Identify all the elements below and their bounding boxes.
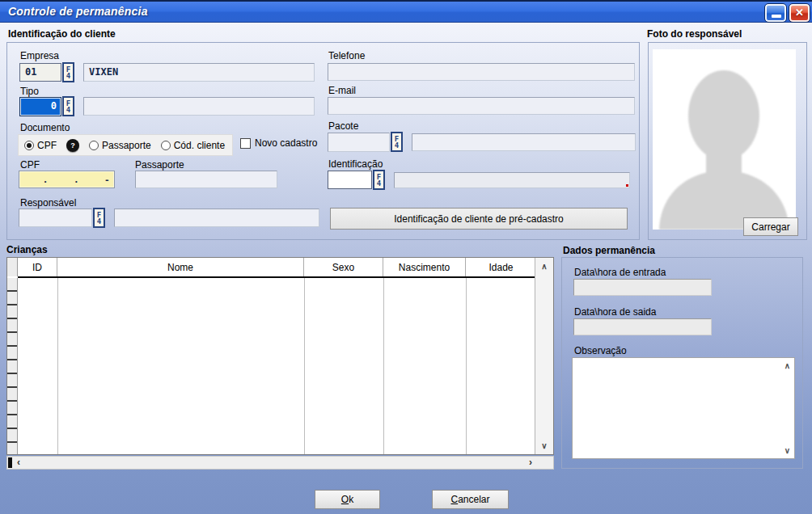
identificacao-name-field[interactable] [394,172,630,188]
grid-indicator-header [7,258,18,276]
tipo-label: Tipo [20,86,39,97]
entrada-label: Data\hora de entrada [574,267,666,278]
group-label-identificacao: Identificação do cliente [8,28,116,40]
grid-row-indicator-column [7,278,18,454]
column-separator [57,278,58,454]
precadastro-button[interactable]: Identificação de cliente de pré-cadastro [330,208,628,230]
close-icon: ✕ [795,6,804,19]
passaporte-label: Passaporte [135,159,184,171]
saida-label: Data\hora de saida [574,306,656,318]
grid-vertical-scrollbar[interactable]: ∧ ∨ [535,258,553,454]
novo-cadastro-checkbox[interactable]: Novo cadastro [240,137,317,149]
radio-passaporte[interactable]: Passaporte [89,140,151,151]
pacote-name-field[interactable] [412,133,636,151]
carregar-button[interactable]: Carregar [743,217,798,236]
cancelar-button[interactable]: Cancelar [432,490,509,509]
column-separator [466,278,467,454]
titlebar[interactable]: Controle de permanência ✕ [0,0,812,23]
responsavel-photo [653,49,796,230]
telefone-label: Telefone [328,50,365,61]
radio-button-icon [89,141,99,150]
identificacao-label: Identificação [328,158,383,170]
responsavel-label: Responsável [20,197,76,209]
radio-cod-cliente[interactable]: Cód. cliente [161,140,225,151]
pacote-f4-lookup-button[interactable]: F4 [391,132,403,152]
column-separator [304,278,305,454]
radio-button-icon [161,141,171,150]
documento-label: Documento [20,122,70,133]
grid-horizontal-scrollbar[interactable]: ‹ › [6,456,554,470]
scroll-right-icon[interactable]: › [529,457,532,469]
observacao-label: Observação [574,345,627,356]
observacao-textarea[interactable]: ∧ ∨ [572,357,795,459]
group-label-foto: Foto do responsável [647,28,742,40]
responsavel-code-input[interactable] [19,209,92,227]
scrollbar-thumb[interactable] [8,457,12,468]
documento-radio-group: CPF ? Passaporte Cód. cliente [18,134,233,156]
help-icon[interactable]: ? [66,139,79,152]
column-header-id[interactable]: ID [18,258,57,276]
identificacao-f4-lookup-button[interactable]: F4 [373,170,385,190]
telefone-input[interactable] [328,63,635,81]
cpf-input[interactable]: . . - [19,171,115,188]
group-label-dados: Dados permanência [563,245,655,256]
dialog-window: Controle de permanência ✕ Identificação … [0,0,812,514]
saida-input[interactable] [573,318,712,335]
scroll-up-icon[interactable]: ∧ [785,361,790,370]
scroll-down-icon[interactable]: ∨ [785,446,790,455]
empresa-name-field[interactable]: VIXEN [83,63,315,82]
grid-header-row: ID Nome Sexo Nascimento Idade [7,258,553,276]
column-header-nascimento[interactable]: Nascimento [383,258,466,276]
pacote-code-input[interactable] [328,133,390,152]
tipo-code-input[interactable]: 0 [19,97,61,116]
pacote-label: Pacote [328,120,358,132]
passaporte-input[interactable] [135,171,277,188]
group-label-criancas: Crianças [6,244,48,255]
header-underline [18,276,535,278]
person-silhouette-icon [653,49,796,230]
email-input[interactable] [328,97,635,115]
close-button[interactable]: ✕ [789,3,810,23]
ok-button[interactable]: Ok [315,490,380,509]
minimize-icon [772,15,781,18]
scroll-up-icon[interactable]: ∧ [535,262,553,271]
window-title: Controle de permanência [8,5,148,18]
column-header-idade[interactable]: Idade [466,258,536,276]
empresa-label: Empresa [20,50,59,61]
identificacao-code-input[interactable] [328,171,372,189]
radio-button-icon [24,141,34,150]
scroll-left-icon[interactable]: ‹ [17,457,20,469]
validation-dot [626,184,628,187]
criancas-grid[interactable]: ID Nome Sexo Nascimento Idade ∧ ∨ [6,257,554,455]
radio-cpf[interactable]: CPF [24,140,57,151]
column-header-sexo[interactable]: Sexo [304,258,383,276]
cpf-label: CPF [20,159,40,171]
minimize-button[interactable] [764,3,787,23]
entrada-input[interactable] [573,279,712,296]
client-area: Identificação do cliente Empresa 01 F4 V… [0,23,812,514]
scroll-down-icon[interactable]: ∨ [535,441,553,450]
tipo-name-field[interactable] [83,97,315,116]
checkbox-icon [240,138,251,149]
email-label: E-mail [328,85,356,96]
empresa-f4-lookup-button[interactable]: F4 [62,62,74,82]
empresa-code-input[interactable]: 01 [19,63,61,82]
column-header-nome[interactable]: Nome [57,258,304,276]
responsavel-name-field[interactable] [114,209,319,227]
tipo-f4-lookup-button[interactable]: F4 [62,96,74,116]
column-separator [383,278,384,454]
responsavel-f4-lookup-button[interactable]: F4 [93,208,105,228]
